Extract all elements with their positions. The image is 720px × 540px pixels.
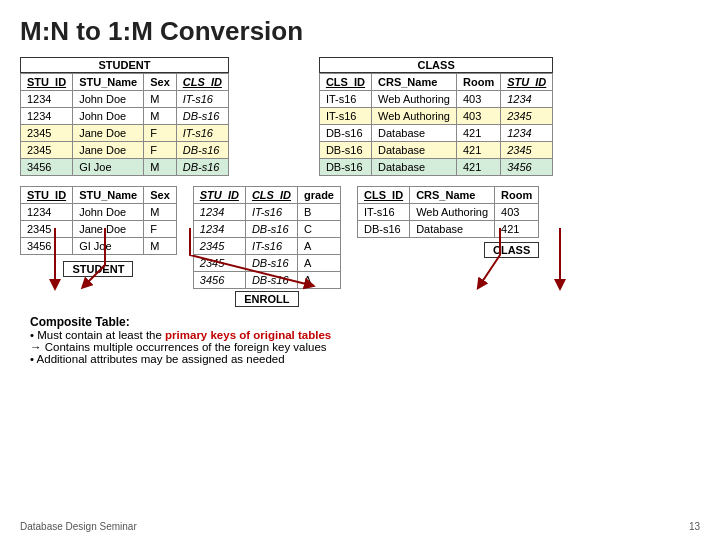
bullet1-pre: • Must contain at least the <box>30 329 165 341</box>
table-row: 2345 Jane Doe F IT-s16 <box>21 125 229 142</box>
table-row: IT-s16 Web Authoring 403 2345 <box>319 108 552 125</box>
bs-col-stu-name: STU_Name <box>73 187 144 204</box>
table-row: IT-s16 Web Authoring 403 <box>358 204 539 221</box>
bullet3: • Additional attributes may be assigned … <box>30 353 285 365</box>
enroll-label: ENROLL <box>235 291 298 307</box>
page-title: M:N to 1:M Conversion <box>20 16 700 47</box>
class-col-stu-id: STU_ID <box>501 74 553 91</box>
notes-section: Composite Table: • Must contain at least… <box>30 315 700 365</box>
table-row: 1234 John Doe M IT-s16 <box>21 91 229 108</box>
table-row: 3456 DB-s16 A <box>193 272 340 289</box>
table-row: DB-s16 Database 421 3456 <box>319 159 552 176</box>
table-row: 2345 DB-s16 A <box>193 255 340 272</box>
bs-col-sex: Sex <box>144 187 177 204</box>
table-row: 1234 John Doe M DB-s16 <box>21 108 229 125</box>
footer-right: 13 <box>689 521 700 532</box>
table-row: 2345 Jane Doe F DB-s16 <box>21 142 229 159</box>
enroll-col-cls-id: CLS_ID <box>245 187 297 204</box>
table-row: DB-s16 Database 421 1234 <box>319 125 552 142</box>
table-row: DB-s16 Database 421 <box>358 221 539 238</box>
class-table: CLS_ID CRS_Name Room STU_ID IT-s16 Web A… <box>319 73 553 176</box>
student-col-stu-name: STU_Name <box>73 74 144 91</box>
table-row: 3456 GI Joe M <box>21 238 177 255</box>
table-row: DB-s16 Database 421 2345 <box>319 142 552 159</box>
class-label-bottom: CLASS <box>484 242 539 258</box>
enroll-col-stu-id: STU_ID <box>193 187 245 204</box>
bottom-section: STU_ID STU_Name Sex 1234 John Doe M 2345… <box>20 186 700 307</box>
student-col-sex: Sex <box>144 74 177 91</box>
table-row: 2345 IT-s16 A <box>193 238 340 255</box>
footer-left: Database Design Seminar <box>20 521 137 532</box>
footer: Database Design Seminar 13 <box>20 521 700 532</box>
composite-title: Composite Table: <box>30 315 130 329</box>
student-col-cls-id: CLS_ID <box>176 74 228 91</box>
table-row: 1234 DB-s16 C <box>193 221 340 238</box>
enroll-col-grade: grade <box>298 187 341 204</box>
student-col-stu-id: STU_ID <box>21 74 73 91</box>
class-entity-block: CLASS CLS_ID CRS_Name Room STU_ID IT-s16… <box>319 57 553 176</box>
bs-col-stu-id: STU_ID <box>21 187 73 204</box>
class-col-room: Room <box>457 74 501 91</box>
bc-col-room: Room <box>495 187 539 204</box>
enroll-table: STU_ID CLS_ID grade 1234 IT-s16 B 1234 D… <box>193 186 341 289</box>
class-label: CLASS <box>319 57 553 73</box>
bottom-class-table: CLS_ID CRS_Name Room IT-s16 Web Authorin… <box>357 186 539 238</box>
student-table: STU_ID STU_Name Sex CLS_ID 1234 John Doe… <box>20 73 229 176</box>
bc-col-crs-name: CRS_Name <box>410 187 495 204</box>
class-col-cls-id: CLS_ID <box>319 74 371 91</box>
table-row: 1234 John Doe M <box>21 204 177 221</box>
table-row: 1234 IT-s16 B <box>193 204 340 221</box>
class-col-crs-name: CRS_Name <box>372 74 457 91</box>
table-row: 2345 Jane Doe F <box>21 221 177 238</box>
bc-col-cls-id: CLS_ID <box>358 187 410 204</box>
bullet1-highlight: primary keys of original tables <box>165 329 331 341</box>
bottom-student-table: STU_ID STU_Name Sex 1234 John Doe M 2345… <box>20 186 177 255</box>
top-section: STUDENT STU_ID STU_Name Sex CLS_ID 1234 … <box>20 57 700 176</box>
student-entity-block: STUDENT STU_ID STU_Name Sex CLS_ID 1234 … <box>20 57 229 176</box>
table-row: 3456 GI Joe M DB-s16 <box>21 159 229 176</box>
bottom-student-block: STU_ID STU_Name Sex 1234 John Doe M 2345… <box>20 186 177 307</box>
student-label-bottom: STUDENT <box>63 261 133 277</box>
bullet2: → Contains multiple occurrences of the f… <box>30 341 327 353</box>
bottom-class-block: CLS_ID CRS_Name Room IT-s16 Web Authorin… <box>357 186 539 307</box>
enroll-block: STU_ID CLS_ID grade 1234 IT-s16 B 1234 D… <box>193 186 341 307</box>
table-row: IT-s16 Web Authoring 403 1234 <box>319 91 552 108</box>
student-label: STUDENT <box>20 57 229 73</box>
